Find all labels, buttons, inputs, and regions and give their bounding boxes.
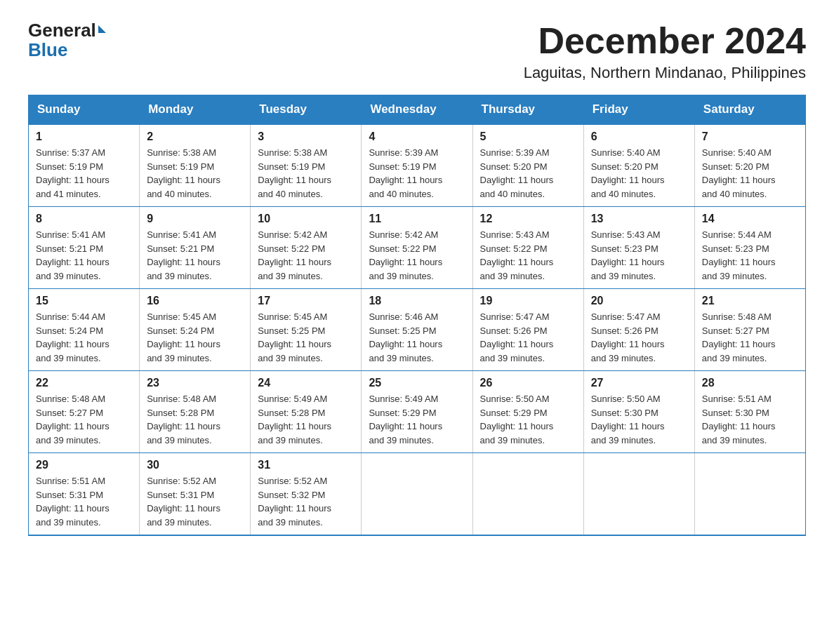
day-number: 26	[480, 377, 576, 389]
day-number: 24	[258, 377, 354, 389]
calendar-day-cell: 14Sunrise: 5:44 AMSunset: 5:23 PMDayligh…	[694, 207, 805, 289]
day-number: 31	[258, 459, 354, 471]
subtitle: Laguitas, Northern Mindanao, Philippines	[524, 64, 806, 82]
calendar-day-cell: 13Sunrise: 5:43 AMSunset: 5:23 PMDayligh…	[583, 207, 694, 289]
day-info: Sunrise: 5:41 AMSunset: 5:21 PMDaylight:…	[36, 228, 132, 283]
logo-arrow-icon	[98, 25, 106, 33]
calendar-day-cell: 4Sunrise: 5:39 AMSunset: 5:19 PMDaylight…	[362, 124, 472, 207]
day-info: Sunrise: 5:43 AMSunset: 5:22 PMDaylight:…	[480, 228, 576, 283]
page-header: General Blue December 2024 Laguitas, Nor…	[28, 21, 806, 82]
day-number: 23	[147, 377, 243, 389]
day-number: 17	[258, 295, 354, 307]
calendar-header-sunday: Sunday	[29, 95, 140, 125]
calendar-header-tuesday: Tuesday	[251, 95, 362, 125]
day-number: 19	[480, 295, 576, 307]
title-block: December 2024 Laguitas, Northern Mindana…	[524, 21, 806, 82]
day-number: 1	[36, 130, 132, 143]
day-info: Sunrise: 5:50 AMSunset: 5:29 PMDaylight:…	[480, 392, 576, 447]
day-info: Sunrise: 5:49 AMSunset: 5:29 PMDaylight:…	[369, 392, 465, 447]
day-info: Sunrise: 5:51 AMSunset: 5:31 PMDaylight:…	[36, 474, 132, 529]
day-number: 9	[147, 213, 243, 225]
calendar-day-cell: 30Sunrise: 5:52 AMSunset: 5:31 PMDayligh…	[140, 453, 251, 536]
day-info: Sunrise: 5:42 AMSunset: 5:22 PMDaylight:…	[369, 228, 465, 283]
day-number: 14	[702, 213, 798, 225]
calendar-day-cell: 25Sunrise: 5:49 AMSunset: 5:29 PMDayligh…	[362, 371, 472, 453]
calendar-week-2: 8Sunrise: 5:41 AMSunset: 5:21 PMDaylight…	[29, 207, 806, 289]
calendar-day-cell	[362, 453, 472, 536]
calendar-day-cell: 27Sunrise: 5:50 AMSunset: 5:30 PMDayligh…	[583, 371, 694, 453]
day-number: 21	[702, 295, 798, 307]
calendar-week-4: 22Sunrise: 5:48 AMSunset: 5:27 PMDayligh…	[29, 371, 806, 453]
calendar-day-cell	[472, 453, 583, 536]
day-info: Sunrise: 5:45 AMSunset: 5:24 PMDaylight:…	[147, 310, 243, 365]
day-number: 3	[258, 130, 354, 143]
day-number: 29	[36, 459, 132, 471]
day-info: Sunrise: 5:39 AMSunset: 5:20 PMDaylight:…	[480, 146, 576, 201]
day-number: 13	[591, 213, 687, 225]
day-info: Sunrise: 5:38 AMSunset: 5:19 PMDaylight:…	[258, 146, 354, 201]
day-number: 7	[702, 130, 798, 143]
day-number: 8	[36, 213, 132, 225]
calendar-day-cell: 19Sunrise: 5:47 AMSunset: 5:26 PMDayligh…	[472, 289, 583, 371]
day-info: Sunrise: 5:52 AMSunset: 5:32 PMDaylight:…	[258, 474, 354, 529]
day-number: 27	[591, 377, 687, 389]
day-info: Sunrise: 5:38 AMSunset: 5:19 PMDaylight:…	[147, 146, 243, 201]
day-number: 10	[258, 213, 354, 225]
calendar-day-cell: 3Sunrise: 5:38 AMSunset: 5:19 PMDaylight…	[251, 124, 362, 207]
calendar-day-cell: 26Sunrise: 5:50 AMSunset: 5:29 PMDayligh…	[472, 371, 583, 453]
calendar-day-cell: 16Sunrise: 5:45 AMSunset: 5:24 PMDayligh…	[140, 289, 251, 371]
day-number: 28	[702, 377, 798, 389]
day-info: Sunrise: 5:47 AMSunset: 5:26 PMDaylight:…	[480, 310, 576, 365]
calendar-day-cell: 5Sunrise: 5:39 AMSunset: 5:20 PMDaylight…	[472, 124, 583, 207]
calendar-week-5: 29Sunrise: 5:51 AMSunset: 5:31 PMDayligh…	[29, 453, 806, 536]
calendar-week-1: 1Sunrise: 5:37 AMSunset: 5:19 PMDaylight…	[29, 124, 806, 207]
day-info: Sunrise: 5:48 AMSunset: 5:27 PMDaylight:…	[702, 310, 798, 365]
day-info: Sunrise: 5:44 AMSunset: 5:24 PMDaylight:…	[36, 310, 132, 365]
calendar-header-monday: Monday	[140, 95, 251, 125]
day-info: Sunrise: 5:41 AMSunset: 5:21 PMDaylight:…	[147, 228, 243, 283]
calendar-day-cell: 7Sunrise: 5:40 AMSunset: 5:20 PMDaylight…	[694, 124, 805, 207]
calendar-week-3: 15Sunrise: 5:44 AMSunset: 5:24 PMDayligh…	[29, 289, 806, 371]
calendar-day-cell: 21Sunrise: 5:48 AMSunset: 5:27 PMDayligh…	[694, 289, 805, 371]
main-title: December 2024	[524, 21, 806, 61]
calendar-header-wednesday: Wednesday	[362, 95, 472, 125]
day-info: Sunrise: 5:51 AMSunset: 5:30 PMDaylight:…	[702, 392, 798, 447]
day-info: Sunrise: 5:50 AMSunset: 5:30 PMDaylight:…	[591, 392, 687, 447]
day-number: 30	[147, 459, 243, 471]
day-number: 16	[147, 295, 243, 307]
calendar-day-cell: 8Sunrise: 5:41 AMSunset: 5:21 PMDaylight…	[29, 207, 140, 289]
logo-text: General	[28, 21, 106, 39]
day-info: Sunrise: 5:37 AMSunset: 5:19 PMDaylight:…	[36, 146, 132, 201]
calendar-day-cell: 22Sunrise: 5:48 AMSunset: 5:27 PMDayligh…	[29, 371, 140, 453]
day-number: 12	[480, 213, 576, 225]
day-info: Sunrise: 5:42 AMSunset: 5:22 PMDaylight:…	[258, 228, 354, 283]
day-info: Sunrise: 5:40 AMSunset: 5:20 PMDaylight:…	[702, 146, 798, 201]
day-number: 6	[591, 130, 687, 143]
day-number: 4	[369, 130, 465, 143]
calendar-header-saturday: Saturday	[694, 95, 805, 125]
day-number: 20	[591, 295, 687, 307]
calendar-day-cell: 18Sunrise: 5:46 AMSunset: 5:25 PMDayligh…	[362, 289, 472, 371]
logo-blue: Blue	[28, 39, 67, 61]
day-info: Sunrise: 5:48 AMSunset: 5:27 PMDaylight:…	[36, 392, 132, 447]
logo: General Blue	[28, 21, 106, 61]
logo-general: General	[28, 21, 96, 39]
day-info: Sunrise: 5:47 AMSunset: 5:26 PMDaylight:…	[591, 310, 687, 365]
day-number: 25	[369, 377, 465, 389]
calendar-day-cell: 29Sunrise: 5:51 AMSunset: 5:31 PMDayligh…	[29, 453, 140, 536]
calendar-day-cell: 11Sunrise: 5:42 AMSunset: 5:22 PMDayligh…	[362, 207, 472, 289]
calendar-header-friday: Friday	[583, 95, 694, 125]
calendar-day-cell	[583, 453, 694, 536]
calendar-day-cell: 20Sunrise: 5:47 AMSunset: 5:26 PMDayligh…	[583, 289, 694, 371]
calendar-day-cell: 15Sunrise: 5:44 AMSunset: 5:24 PMDayligh…	[29, 289, 140, 371]
calendar-day-cell: 9Sunrise: 5:41 AMSunset: 5:21 PMDaylight…	[140, 207, 251, 289]
day-number: 11	[369, 213, 465, 225]
day-info: Sunrise: 5:39 AMSunset: 5:19 PMDaylight:…	[369, 146, 465, 201]
calendar-day-cell: 17Sunrise: 5:45 AMSunset: 5:25 PMDayligh…	[251, 289, 362, 371]
calendar-day-cell: 12Sunrise: 5:43 AMSunset: 5:22 PMDayligh…	[472, 207, 583, 289]
day-info: Sunrise: 5:45 AMSunset: 5:25 PMDaylight:…	[258, 310, 354, 365]
calendar-day-cell: 10Sunrise: 5:42 AMSunset: 5:22 PMDayligh…	[251, 207, 362, 289]
day-number: 15	[36, 295, 132, 307]
calendar-day-cell: 31Sunrise: 5:52 AMSunset: 5:32 PMDayligh…	[251, 453, 362, 536]
day-number: 18	[369, 295, 465, 307]
